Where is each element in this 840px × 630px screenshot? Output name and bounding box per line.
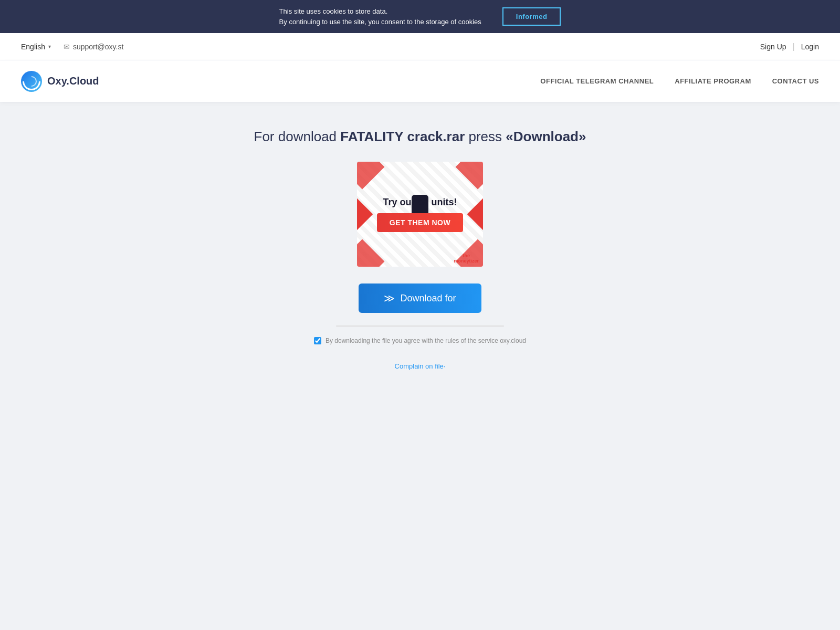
agree-text: By downloading the file you agree with t… bbox=[326, 337, 526, 344]
main-content: For download FATALITY crack.rar press «D… bbox=[184, 102, 656, 397]
ad-branding: the moneytizer bbox=[454, 253, 479, 264]
logo[interactable]: Oxy.Cloud bbox=[21, 71, 99, 92]
nav-affiliate[interactable]: AFFILIATE PROGRAM bbox=[675, 77, 751, 85]
download-section: ≫ Download for bbox=[194, 284, 646, 326]
ad-title: Try our ad units! bbox=[383, 197, 457, 208]
login-link[interactable]: Login bbox=[801, 43, 819, 51]
header: Oxy.Cloud OFFICIAL TELEGRAM CHANNEL AFFI… bbox=[0, 60, 840, 102]
progress-area bbox=[336, 326, 504, 327]
cookie-banner: This site uses cookies to store data. By… bbox=[0, 0, 840, 33]
agree-checkbox[interactable] bbox=[314, 337, 321, 344]
support-email[interactable]: ✉ support@oxy.st bbox=[64, 43, 123, 51]
divider: | bbox=[793, 42, 795, 51]
main-nav: OFFICIAL TELEGRAM CHANNEL AFFILIATE PROG… bbox=[540, 77, 819, 85]
language-label: English bbox=[21, 43, 45, 51]
signup-link[interactable]: Sign Up bbox=[760, 43, 786, 51]
nav-contact[interactable]: CONTACT US bbox=[772, 77, 819, 85]
ad-inner: Try our ad units! GET THEM NOW the money… bbox=[357, 162, 483, 267]
download-button[interactable]: ≫ Download for bbox=[359, 284, 481, 313]
complain-link[interactable]: Complain on file· bbox=[395, 362, 446, 370]
ad-banner[interactable]: Try our ad units! GET THEM NOW the money… bbox=[357, 162, 483, 267]
progress-bar bbox=[336, 326, 504, 327]
nav-telegram[interactable]: OFFICIAL TELEGRAM CHANNEL bbox=[540, 77, 654, 85]
language-selector[interactable]: English ▾ bbox=[21, 43, 51, 51]
top-bar-left: English ▾ ✉ support@oxy.st bbox=[21, 43, 123, 51]
top-bar-right: Sign Up | Login bbox=[760, 42, 819, 51]
informed-button[interactable]: Informed bbox=[502, 7, 561, 26]
ad-cta-button[interactable]: GET THEM NOW bbox=[377, 213, 463, 232]
email-icon: ✉ bbox=[64, 43, 70, 51]
cookie-text: This site uses cookies to store data. By… bbox=[279, 6, 481, 27]
chevron-down-icon: ▾ bbox=[48, 44, 51, 49]
agree-row: By downloading the file you agree with t… bbox=[194, 337, 646, 344]
top-bar: English ▾ ✉ support@oxy.st Sign Up | Log… bbox=[0, 33, 840, 60]
logo-text: Oxy.Cloud bbox=[47, 75, 99, 87]
ad-content: Try our ad units! GET THEM NOW bbox=[377, 197, 463, 232]
page-title: For download FATALITY crack.rar press «D… bbox=[194, 129, 646, 145]
logo-icon bbox=[21, 71, 42, 92]
download-icon: ≫ bbox=[384, 292, 395, 304]
